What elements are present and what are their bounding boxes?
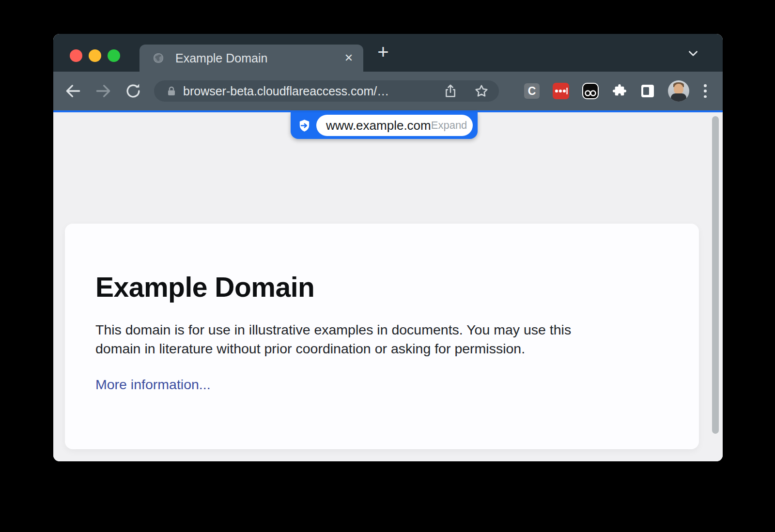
isolated-domain-pill[interactable]: www.example.com Expand <box>316 115 473 136</box>
tab-title: Example Domain <box>175 45 267 72</box>
reload-icon[interactable] <box>124 82 142 100</box>
more-information-link[interactable]: More information... <box>95 377 211 393</box>
address-bar[interactable]: browser-beta.cloudflareaccess.com/… <box>154 80 499 102</box>
new-tab-button[interactable]: + <box>372 41 394 63</box>
body-line-2: domain in literature without prior coord… <box>95 339 668 358</box>
isolation-shield-icon <box>297 118 312 133</box>
forward-arrow-icon[interactable] <box>94 82 112 100</box>
active-tab[interactable]: Example Domain ✕ <box>140 45 363 72</box>
profile-avatar[interactable] <box>668 80 689 102</box>
content-card: Example Domain This domain is for use in… <box>65 224 699 449</box>
isolation-badge: www.example.com Expand <box>291 112 478 139</box>
body-line-1: This domain is for use in illustrative e… <box>95 320 668 339</box>
tab-strip: Example Domain ✕ + <box>53 34 723 72</box>
extension-lastpass-icon[interactable] <box>553 83 569 99</box>
browser-window: Example Domain ✕ + <box>53 34 723 461</box>
extension-c-icon[interactable]: C <box>524 83 540 99</box>
screenshot-stage: Example Domain ✕ + <box>0 0 775 532</box>
page-body-text: This domain is for use in illustrative e… <box>95 320 668 358</box>
page-viewport: Example Domain This domain is for use in… <box>53 112 723 461</box>
page-title: Example Domain <box>95 271 668 303</box>
vertical-scrollbar-thumb[interactable] <box>712 116 719 434</box>
back-arrow-icon[interactable] <box>64 82 82 100</box>
side-panel-icon[interactable] <box>640 84 655 98</box>
zoom-window-button[interactable] <box>108 49 120 62</box>
close-window-button[interactable] <box>70 49 82 62</box>
share-icon[interactable] <box>443 83 458 99</box>
globe-favicon-icon <box>153 53 164 63</box>
extensions-row: C <box>524 80 708 102</box>
browser-menu-icon[interactable] <box>702 83 708 99</box>
minimize-window-button[interactable] <box>89 49 101 62</box>
bookmark-star-icon[interactable] <box>474 83 489 99</box>
extension-goggles-icon[interactable] <box>582 83 599 99</box>
extensions-puzzle-icon[interactable] <box>612 83 627 99</box>
isolated-domain-text: www.example.com <box>326 118 431 133</box>
tab-close-icon[interactable]: ✕ <box>342 51 356 65</box>
expand-button[interactable]: Expand <box>431 119 467 132</box>
lock-icon <box>166 85 177 97</box>
browser-toolbar: browser-beta.cloudflareaccess.com/… C <box>53 72 723 110</box>
url-text: browser-beta.cloudflareaccess.com/… <box>183 80 389 102</box>
macos-traffic-lights <box>70 49 120 62</box>
chevron-down-icon[interactable] <box>687 47 699 60</box>
